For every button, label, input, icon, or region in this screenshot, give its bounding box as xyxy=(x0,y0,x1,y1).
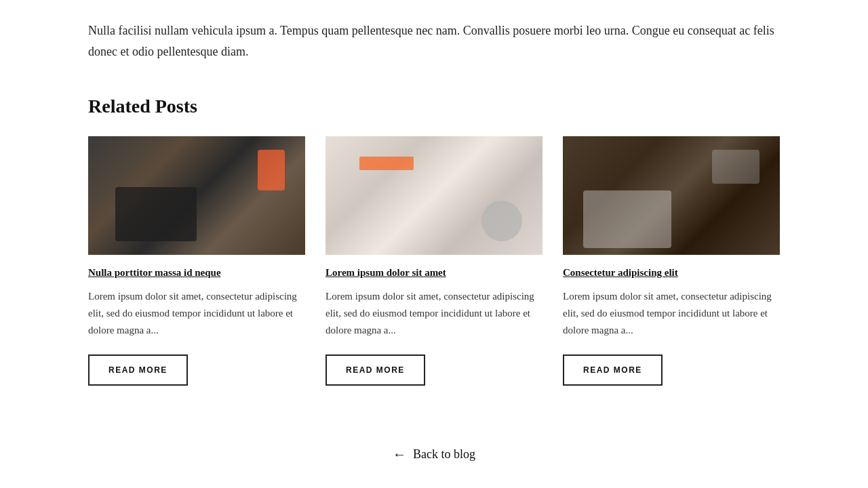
read-more-button-1[interactable]: READ MORE xyxy=(88,354,188,386)
post-title-3[interactable]: Consectetur adipiscing elit xyxy=(563,266,780,280)
post-title-1[interactable]: Nulla porttitor massa id neque xyxy=(88,266,305,280)
back-to-blog-section: ← Back to blog xyxy=(88,426,780,476)
post-image-wrapper-1 xyxy=(88,136,305,255)
post-image-wrapper-3 xyxy=(563,136,780,255)
post-title-2[interactable]: Lorem ipsum dolor sit amet xyxy=(326,266,542,280)
page-wrapper: Nulla facilisi nullam vehicula ipsum a. … xyxy=(61,0,807,488)
post-image-2 xyxy=(326,136,542,255)
post-excerpt-2: Lorem ipsum dolor sit amet, consectetur … xyxy=(326,288,542,338)
post-card-1: Nulla porttitor massa id neque Lorem ips… xyxy=(88,136,305,386)
back-arrow-icon: ← xyxy=(393,447,406,462)
read-more-button-2[interactable]: READ MORE xyxy=(326,354,425,386)
post-image-wrapper-2 xyxy=(326,136,542,255)
post-card-3: Consectetur adipiscing elit Lorem ipsum … xyxy=(563,136,780,386)
posts-grid: Nulla porttitor massa id neque Lorem ips… xyxy=(88,136,780,386)
intro-text: Nulla facilisi nullam vehicula ipsum a. … xyxy=(88,20,780,62)
post-image-1 xyxy=(88,136,305,255)
back-to-blog-label: Back to blog xyxy=(413,447,475,462)
read-more-button-3[interactable]: READ MORE xyxy=(563,354,663,386)
post-card-2: Lorem ipsum dolor sit amet Lorem ipsum d… xyxy=(326,136,542,386)
post-image-3 xyxy=(563,136,780,255)
back-to-blog-link[interactable]: ← Back to blog xyxy=(393,447,475,462)
post-excerpt-1: Lorem ipsum dolor sit amet, consectetur … xyxy=(88,288,305,338)
post-excerpt-3: Lorem ipsum dolor sit amet, consectetur … xyxy=(563,288,780,338)
related-posts-heading: Related Posts xyxy=(88,96,780,117)
